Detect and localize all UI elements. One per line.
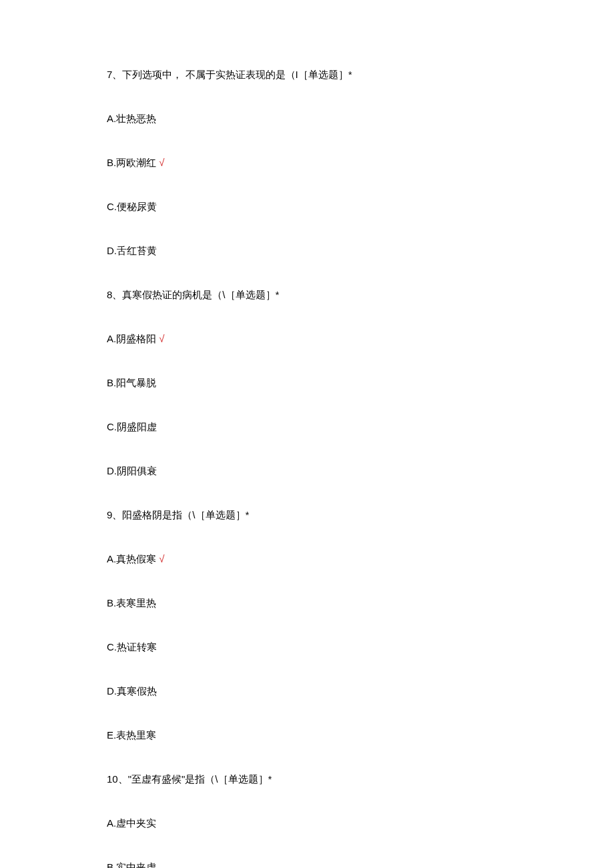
option-label: A.阴盛格阳 bbox=[107, 333, 156, 344]
option-label: D.阴阳俱衰 bbox=[107, 465, 157, 476]
question-text: 9、阳盛格阴是指（\［单选题］* bbox=[107, 507, 507, 523]
question-number: 8、 bbox=[107, 289, 122, 300]
question-body: "至虚有盛候"是指（\［单选题］* bbox=[128, 773, 272, 785]
option: D.舌红苔黄 bbox=[107, 243, 507, 259]
option: B.实中夹虚 bbox=[107, 859, 507, 868]
option-label: E.表热里寒 bbox=[107, 729, 156, 741]
question-text: 7、下列选项中， 不属于实热证表现的是（I［单选题］* bbox=[107, 67, 507, 83]
question-body: 真寒假热证的病机是（\［单选题］* bbox=[122, 289, 279, 300]
question-block: 7、下列选项中， 不属于实热证表现的是（I［单选题］*A.壮热恶热B.两欧潮红√… bbox=[107, 67, 507, 259]
question-number: 9、 bbox=[107, 509, 122, 520]
option-label: C.阴盛阳虚 bbox=[107, 421, 157, 432]
checkmark-icon: √ bbox=[159, 553, 164, 564]
document-content: 7、下列选项中， 不属于实热证表现的是（I［单选题］*A.壮热恶热B.两欧潮红√… bbox=[107, 67, 507, 868]
checkmark-icon: √ bbox=[159, 157, 164, 168]
checkmark-icon: √ bbox=[159, 333, 164, 344]
option-label: C.热证转寒 bbox=[107, 641, 157, 653]
question-block: 9、阳盛格阴是指（\［单选题］*A.真热假寒√B.表寒里热C.热证转寒D.真寒假… bbox=[107, 507, 507, 743]
question-body: 下列选项中， 不属于实热证表现的是（I［单选题］* bbox=[122, 69, 352, 80]
option: C.阴盛阳虚 bbox=[107, 419, 507, 435]
option-label: D.舌红苔黄 bbox=[107, 245, 157, 256]
option-label: A.虚中夹实 bbox=[107, 817, 156, 829]
option: B.两欧潮红√ bbox=[107, 155, 507, 171]
question-number: 7、 bbox=[107, 69, 122, 80]
option: D.阴阳俱衰 bbox=[107, 463, 507, 479]
question-body: 阳盛格阴是指（\［单选题］* bbox=[122, 509, 249, 520]
option: A.阴盛格阳√ bbox=[107, 331, 507, 347]
option-label: A.壮热恶热 bbox=[107, 113, 156, 124]
option: B.阳气暴脱 bbox=[107, 375, 507, 391]
option: C.热证转寒 bbox=[107, 639, 507, 655]
option-label: B.实中夹虚 bbox=[107, 861, 156, 868]
option-label: A.真热假寒 bbox=[107, 553, 156, 564]
option: A.真热假寒√ bbox=[107, 551, 507, 567]
option-label: D.真寒假热 bbox=[107, 685, 157, 697]
question-text: 8、真寒假热证的病机是（\［单选题］* bbox=[107, 287, 507, 303]
option: A.虚中夹实 bbox=[107, 815, 507, 831]
option-label: B.阳气暴脱 bbox=[107, 377, 156, 388]
question-block: 10、"至虚有盛候"是指（\［单选题］*A.虚中夹实B.实中夹虚C.真虚假实√D… bbox=[107, 771, 507, 868]
option-label: C.便秘尿黄 bbox=[107, 201, 157, 212]
option: E.表热里寒 bbox=[107, 727, 507, 743]
option: C.便秘尿黄 bbox=[107, 199, 507, 215]
option-label: B.表寒里热 bbox=[107, 597, 156, 608]
question-block: 8、真寒假热证的病机是（\［单选题］*A.阴盛格阳√B.阳气暴脱C.阴盛阳虚D.… bbox=[107, 287, 507, 479]
question-number: 10、 bbox=[107, 773, 128, 785]
option: D.真寒假热 bbox=[107, 683, 507, 699]
option: A.壮热恶热 bbox=[107, 111, 507, 127]
option-label: B.两欧潮红 bbox=[107, 157, 156, 168]
option: B.表寒里热 bbox=[107, 595, 507, 611]
question-text: 10、"至虚有盛候"是指（\［单选题］* bbox=[107, 771, 507, 787]
